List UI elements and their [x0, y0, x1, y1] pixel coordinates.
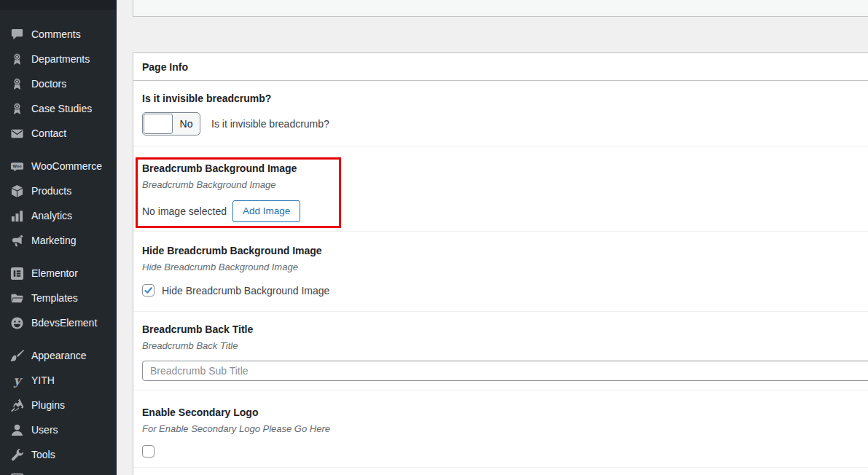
field-label: Is it invisible breadcrumb?: [142, 93, 863, 105]
megaphone-icon: [9, 233, 24, 248]
plug-icon: [9, 398, 24, 412]
page-info-metabox: Page Info Is it invisible breadcrumb? No…: [133, 52, 868, 475]
field-description: Hide Breadcrumb Background Image: [142, 262, 863, 272]
sidebar-item-label: Elementor: [31, 267, 78, 279]
woo-icon: Woo: [9, 159, 24, 173]
sidebar-item-label: Departments: [31, 53, 90, 65]
toggle-state-label: No: [173, 118, 200, 130]
admin-sidebar: Comments Departments Doctors Case Studie…: [0, 0, 117, 475]
sidebar-item-label: BdevsElement: [31, 317, 97, 329]
enable-secondary-logo-checkbox[interactable]: [142, 445, 155, 458]
sidebar-item-label: Tools: [31, 449, 55, 460]
field-label: Enable Secondary Logo: [142, 407, 863, 419]
sliders-icon: [9, 472, 24, 475]
sidebar-item-marketing[interactable]: Marketing: [0, 228, 117, 253]
metabox-header: Page Info: [133, 53, 868, 81]
sidebar-item-products[interactable]: Products: [0, 178, 117, 203]
box-icon: [9, 184, 24, 198]
field-label: Breadcrumb Background Image: [142, 162, 863, 175]
field-row-breadcrumb-bg-image: Breadcrumb Background Image Breadcrumb B…: [133, 146, 868, 232]
sidebar-item-label: Users: [31, 424, 58, 436]
sidebar-item-appearance[interactable]: Appearance: [0, 343, 117, 368]
sidebar-item-label: Doctors: [31, 78, 66, 90]
award-icon: [9, 76, 24, 91]
field-row-header-style: Header Style: [133, 468, 868, 475]
sidebar-item-templates[interactable]: Templates: [0, 286, 117, 310]
collapsed-metabox: [133, 0, 868, 17]
sidebar-item-label: Appearance: [31, 350, 87, 361]
sidebar-group-content: Comments Departments Doctors Case Studie…: [0, 22, 117, 146]
bar-chart-icon: [9, 208, 24, 223]
checkmark-icon: [144, 286, 153, 295]
sidebar-item-bdevselement[interactable]: BdevsElement: [0, 310, 117, 335]
brush-icon: [9, 348, 24, 363]
sidebar-item-label: Plugins: [31, 399, 65, 411]
no-image-status: No image selected: [142, 205, 227, 217]
field-row-hide-breadcrumb-bg: Hide Breadcrumb Background Image Hide Br…: [133, 232, 868, 312]
sidebar-item-users[interactable]: Users: [0, 417, 117, 442]
sidebar-item-comments[interactable]: Comments: [0, 22, 117, 47]
field-label: Breadcrumb Back Title: [142, 323, 863, 336]
sidebar-item-label: Marketing: [31, 235, 76, 246]
sidebar-item-label: Comments: [31, 28, 81, 40]
sidebar-item-label: WooCommerce: [31, 160, 102, 172]
sidebar-item-analytics[interactable]: Analytics: [0, 203, 117, 228]
field-row-invisible-breadcrumb: Is it invisible breadcrumb? No Is it inv…: [133, 81, 868, 146]
folder-icon: [9, 291, 24, 305]
award-icon: [9, 101, 24, 116]
field-row-breadcrumb-back-title: Breadcrumb Back Title Breadcrumb Back Ti…: [133, 312, 868, 390]
sidebar-item-elementor[interactable]: Elementor: [0, 261, 117, 286]
sidebar-item-label: YITH: [31, 374, 55, 386]
sidebar-item-label: Contact: [31, 127, 66, 139]
sidebar-item-plugins[interactable]: Plugins: [0, 393, 117, 417]
breadcrumb-sub-title-input[interactable]: [142, 361, 868, 381]
sidebar-item-doctors[interactable]: Doctors: [0, 71, 117, 96]
checkbox-label[interactable]: Hide Breadcrumb Background Image: [162, 285, 329, 297]
field-label: Hide Breadcrumb Background Image: [142, 245, 863, 257]
field-description: Breadcrumb Back Title: [142, 340, 863, 351]
hide-breadcrumb-bg-checkbox[interactable]: [142, 284, 155, 297]
sidebar-item-label: Case Studies: [31, 103, 92, 114]
toggle-knob: [144, 114, 173, 134]
wrench-icon: [9, 447, 24, 462]
sidebar-item-case-studies[interactable]: Case Studies: [0, 96, 117, 121]
award-icon: [9, 52, 24, 66]
sidebar-group-admin: Appearance y YITH Plugins Users Tools Se…: [0, 343, 117, 475]
invisible-breadcrumb-toggle[interactable]: No: [142, 112, 200, 136]
add-image-button[interactable]: Add Image: [232, 200, 300, 222]
elementor-icon: [9, 266, 24, 280]
sidebar-item-label: Analytics: [31, 210, 72, 221]
field-row-enable-secondary-logo: Enable Secondary Logo For Enable Seconda…: [133, 390, 868, 468]
sidebar-item-yith[interactable]: y YITH: [0, 368, 117, 393]
field-description: Breadcrumb Background Image: [142, 179, 863, 190]
sidebar-group-woocommerce: Woo WooCommerce Products Analytics Marke…: [0, 154, 117, 253]
field-help-text: Is it invisible breadcrumb?: [211, 118, 329, 130]
sidebar-item-woocommerce[interactable]: Woo WooCommerce: [0, 154, 117, 178]
smiley-icon: [9, 315, 24, 330]
sidebar-item-label: Templates: [31, 292, 78, 304]
field-description: For Enable Secondary Logo Please Go Here: [142, 423, 863, 434]
sidebar-group-elementor: Elementor Templates BdevsElement: [0, 261, 117, 335]
sidebar-item-settings[interactable]: Settings: [0, 467, 117, 475]
user-icon: [9, 423, 24, 437]
sidebar-item-label: Products: [31, 185, 71, 197]
comment-icon: [9, 27, 24, 42]
sidebar-item-contact[interactable]: Contact: [0, 121, 117, 146]
metabox-title: Page Info: [142, 61, 188, 73]
svg-text:y: y: [12, 374, 23, 388]
yith-icon: y: [9, 373, 24, 388]
sidebar-item-tools[interactable]: Tools: [0, 442, 117, 467]
envelope-icon: [9, 126, 24, 141]
svg-text:Woo: Woo: [12, 164, 22, 168]
sidebar-top-strip: [0, 0, 117, 10]
sidebar-item-departments[interactable]: Departments: [0, 47, 117, 71]
